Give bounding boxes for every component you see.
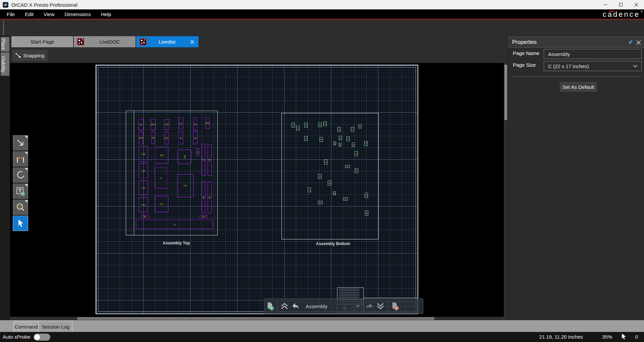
sidebar-tab-place[interactable]: Place (1, 37, 9, 52)
component-C15[interactable]: C15 (364, 141, 368, 146)
horizontal-scrollbar-thumb[interactable] (77, 317, 434, 320)
component-R5[interactable]: R5 (343, 197, 348, 201)
menu-file[interactable]: File (2, 9, 20, 19)
minimize-button[interactable] (598, 0, 613, 9)
sidebar-tab-visibility[interactable]: Visibility (1, 52, 9, 76)
component-C2[interactable]: C2 (304, 123, 308, 127)
component-U5[interactable]: U5 (202, 181, 205, 213)
component-C8[interactable]: C8 (141, 215, 149, 218)
component-C7[interactable]: C7 (291, 123, 295, 127)
component-U3[interactable]: U3 (179, 117, 183, 129)
measure-zoom-tool[interactable] (13, 199, 28, 215)
component-J1[interactable]: J1 (136, 220, 213, 229)
page-size-select[interactable]: C (22 x 17 inches) (544, 61, 642, 71)
component-U9[interactable]: U9 (139, 119, 144, 130)
tab-command[interactable]: Command (13, 321, 39, 332)
component-R9[interactable]: R9 (359, 124, 362, 128)
menu-view[interactable]: View (39, 9, 59, 19)
component-R12[interactable]: R12 (355, 168, 358, 173)
menu-help[interactable]: Help (96, 9, 116, 19)
component-C6[interactable]: C6 (318, 174, 322, 179)
component-U16[interactable]: U16 (155, 147, 168, 164)
component-C10[interactable]: C10 (324, 160, 327, 165)
first-page-button[interactable] (279, 300, 290, 312)
arc-dimension-tool[interactable] (13, 167, 28, 183)
component-R6[interactable]: R6 (318, 201, 323, 204)
component-C9[interactable]: C9 (296, 126, 300, 130)
page-select-dropdown[interactable]: Assembly (302, 300, 360, 312)
component-R2[interactable]: R2 (320, 137, 323, 142)
component-R8[interactable]: R8 (352, 142, 355, 147)
component-U23[interactable]: U23 (152, 131, 155, 144)
horizontal-scrollbar[interactable] (10, 317, 504, 320)
component-Q2[interactable]: Q2 (339, 143, 341, 147)
component-C1[interactable]: C1 (308, 187, 311, 192)
component-C8b[interactable]: C8b (365, 211, 368, 216)
component-U1[interactable]: U1 (178, 131, 183, 144)
tab-livedoc-2-active[interactable]: Livedoc (136, 36, 199, 47)
component-U7[interactable]: U7 (202, 144, 205, 176)
delete-page-button[interactable] (389, 300, 400, 312)
panel-close-icon[interactable] (636, 40, 641, 45)
pin-icon[interactable] (627, 40, 633, 46)
tab-close-icon[interactable] (188, 38, 197, 46)
component-U10[interactable]: U10 (139, 131, 143, 144)
vertical-scrollbar-thumb[interactable] (504, 65, 507, 120)
linear-dimension-tool[interactable] (13, 151, 28, 167)
component-U15[interactable]: U15 (139, 163, 148, 178)
menu-dimensions[interactable]: Dimensions (59, 9, 96, 19)
assembly-bottom-board[interactable]: C7C9C2C3C14R1R7R9C4R2C5R4Q1Q2R8C15R10C10… (281, 113, 379, 239)
component-U13[interactable]: U13 (155, 196, 168, 212)
maximize-button[interactable] (613, 0, 629, 9)
component-U20[interactable]: U20 (151, 119, 156, 130)
add-page-button[interactable] (264, 300, 276, 312)
component-U8[interactable]: U8 (208, 144, 212, 176)
component-U6[interactable]: U6 (208, 181, 212, 213)
select-tool[interactable] (13, 216, 28, 231)
component-R3[interactable]: R3 (345, 165, 350, 168)
component-U4[interactable]: U4 (193, 131, 198, 144)
component-U17[interactable]: U17 (139, 180, 148, 195)
component-C5[interactable]: C5 (196, 149, 199, 156)
component-U19[interactable]: U19 (177, 150, 192, 164)
component-U12[interactable]: U12 (164, 119, 169, 130)
component-C4[interactable]: C4 (304, 136, 308, 141)
previous-page-button[interactable] (290, 300, 302, 312)
diagonal-dimension-tool[interactable] (13, 135, 28, 151)
component-R4[interactable]: R4 (346, 136, 350, 141)
add-text-tool[interactable] (13, 183, 28, 199)
tab-session-log[interactable]: Session Log (39, 321, 72, 332)
design-canvas[interactable]: U9U20U12U3U2U26U10U23U22U1U4U18U16U19C5U… (10, 63, 504, 317)
snapping-button[interactable]: Snapping (12, 50, 48, 61)
component-C16[interactable]: C16 (365, 193, 368, 198)
component-U2[interactable]: U2 (193, 118, 197, 130)
component-C13[interactable]: C13 (328, 180, 331, 185)
assembly-top-board[interactable]: U9U20U12U3U2U26U10U23U22U1U4U18U16U19C5U… (126, 111, 218, 235)
component-C5[interactable]: C5 (339, 136, 342, 140)
last-page-button[interactable] (375, 300, 386, 312)
drawing-sheet[interactable]: U9U20U12U3U2U26U10U23U22U1U4U18U16U19C5U… (96, 65, 418, 314)
vertical-scrollbar[interactable] (504, 63, 507, 317)
component-U18[interactable]: U18 (139, 146, 148, 162)
page-name-input[interactable]: Assembly (544, 49, 642, 59)
component-C3[interactable]: C3 (318, 122, 322, 127)
component-F1[interactable]: F1 (155, 168, 167, 188)
component-C11[interactable]: C11 (200, 215, 208, 218)
component-Q1[interactable]: Q1 (333, 141, 336, 145)
component-R7[interactable]: R7 (351, 127, 354, 132)
close-button[interactable] (629, 0, 644, 9)
set-as-default-button[interactable]: Set As Default (560, 82, 597, 92)
component-U14[interactable]: U14 (139, 197, 148, 212)
tab-start-page[interactable]: Start Page (11, 36, 73, 47)
component-C14[interactable]: C14 (323, 121, 327, 126)
component-R1[interactable]: R1 (337, 127, 341, 132)
component-Q3[interactable]: Q3 (333, 191, 336, 195)
component-U26[interactable]: U26 (206, 118, 210, 129)
next-page-button[interactable] (363, 300, 375, 312)
component-R10[interactable]: R10 (355, 151, 358, 156)
auto-xprobe-toggle[interactable] (34, 334, 50, 341)
tab-livedoc-1[interactable]: LiveDOC (74, 36, 136, 47)
component-U11[interactable]: U11 (177, 174, 194, 197)
component-U22[interactable]: U22 (164, 132, 169, 144)
menu-edit[interactable]: Edit (20, 9, 39, 19)
